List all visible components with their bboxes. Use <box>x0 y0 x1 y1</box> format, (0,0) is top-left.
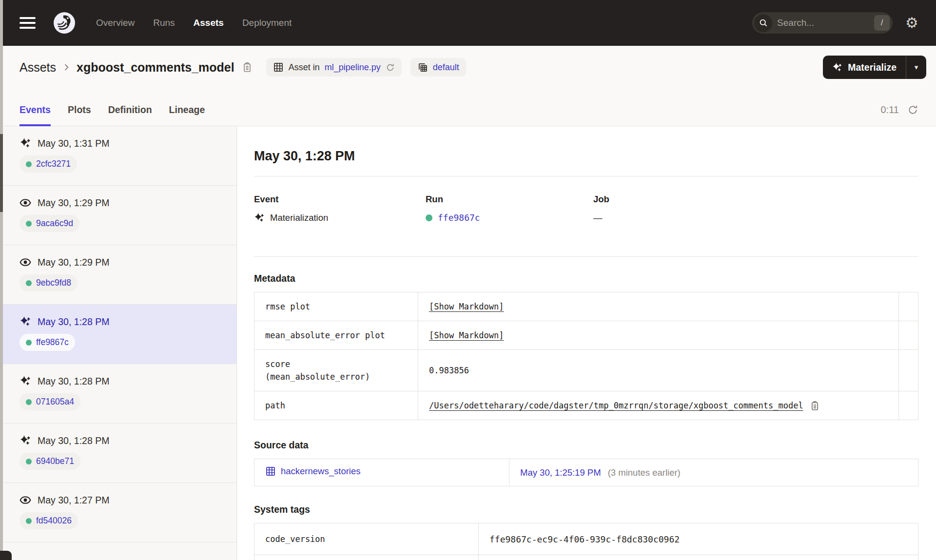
event-timestamp: May 30, 1:28 PM <box>38 376 109 387</box>
copy-asset-name-icon[interactable] <box>242 62 253 73</box>
run-status-dot <box>426 214 432 221</box>
tab-plots[interactable]: Plots <box>68 94 91 126</box>
asset-grid-icon <box>273 62 284 73</box>
source-data-table: hackernews_stories May 30, 1:25:19 PM (3… <box>254 459 918 486</box>
tab-definition[interactable]: Definition <box>108 94 152 126</box>
chevron-right-icon <box>61 62 71 72</box>
observation-eye-icon <box>20 256 31 268</box>
run-status-dot <box>26 459 32 464</box>
storage-path-link[interactable]: /Users/odetteharary/code/dagster/tmp_0mz… <box>429 400 803 412</box>
event-list: May 30, 1:31 PM 2cfc3271 May 30, 1:29 PM… <box>3 126 237 560</box>
source-timestamp-note: (3 minutes earlier) <box>608 467 681 478</box>
run-pill[interactable]: fd540026 <box>20 512 78 529</box>
primary-nav: Overview Runs Assets Deployment <box>96 18 292 28</box>
observation-eye-icon <box>20 494 31 506</box>
show-markdown-link[interactable]: [Show Markdown] <box>429 330 504 340</box>
search-icon <box>754 14 772 32</box>
event-timestamp: May 30, 1:31 PM <box>38 138 109 149</box>
job-value: — <box>593 212 603 224</box>
materialize-button[interactable]: Materialize ▾ <box>823 56 926 79</box>
event-list-item[interactable]: May 30, 1:31 PM 2cfc3271 <box>3 126 236 186</box>
table-row: code_version ffe9867c-ec9c-4f06-939c-f8d… <box>254 523 918 555</box>
run-pill[interactable]: 2cfc3271 <box>20 155 77 173</box>
search-input[interactable] <box>777 18 874 28</box>
table-action-cell <box>899 350 918 391</box>
event-list-item-selected[interactable]: May 30, 1:28 PM ffe9867c <box>3 305 236 364</box>
event-column-label: Event <box>254 194 426 205</box>
asset-in-label: Asset in <box>289 62 320 73</box>
event-list-item[interactable]: May 30, 1:28 PM 071605a4 <box>3 364 236 424</box>
menu-icon[interactable] <box>20 17 36 29</box>
table-row: mean_absolute_error plot [Show Markdown] <box>254 321 918 350</box>
run-status-dot <box>26 340 32 346</box>
event-timestamp: May 30, 1:29 PM <box>38 257 109 268</box>
run-id-link[interactable]: 2cfc3271 <box>36 159 71 169</box>
pipeline-file-link[interactable]: ml_pipeline.py <box>325 62 381 73</box>
breadcrumb-row: Assets xgboost_comments_model Asset in m… <box>0 46 936 89</box>
run-pill[interactable]: 6940be71 <box>20 453 80 470</box>
event-list-item[interactable]: May 30, 1:28 PM 6940be71 <box>3 424 236 483</box>
score-value: 0.983856 <box>429 366 469 375</box>
table-row: score (mean_absolute_error) 0.983856 <box>254 350 918 391</box>
materialize-dropdown-caret[interactable]: ▾ <box>906 56 926 79</box>
table-action-cell <box>899 292 918 321</box>
tab-events[interactable]: Events <box>20 94 51 126</box>
event-list-item[interactable]: May 30, 1:27 PM fd540026 <box>3 483 236 542</box>
metadata-key: path <box>254 391 418 420</box>
event-list-item[interactable]: May 30, 1:29 PM 9ebc9fd8 <box>3 245 236 305</box>
event-detail-title: May 30, 1:28 PM <box>254 149 918 164</box>
gear-icon[interactable]: ⚙ <box>905 16 918 30</box>
run-pill[interactable]: 9ebc9fd8 <box>20 274 78 291</box>
code-location-label: default <box>433 62 459 73</box>
materialize-sparkle-icon <box>832 62 842 73</box>
nav-item-assets[interactable]: Assets <box>194 18 224 28</box>
run-id-link[interactable]: ffe9867c <box>36 337 69 348</box>
run-id-link[interactable]: fd540026 <box>36 516 72 526</box>
run-id-link[interactable]: 9ebc9fd8 <box>36 278 71 288</box>
reload-definitions-icon[interactable] <box>386 63 395 72</box>
breadcrumb-assets-link[interactable]: Assets <box>20 60 56 75</box>
source-data-heading: Source data <box>254 440 918 451</box>
run-pill[interactable]: ffe9867c <box>20 334 75 351</box>
run-id-link[interactable]: ffe9867c <box>438 212 480 224</box>
system-tags-table: code_version ffe9867c-ec9c-4f06-939c-f8d… <box>254 523 918 560</box>
asset-grid-icon <box>265 466 276 477</box>
system-tag-key: code_version <box>254 523 479 555</box>
run-id-link[interactable]: 9aca6c9d <box>36 218 73 229</box>
page-title: xgboost_comments_model <box>77 60 234 75</box>
nav-item-overview[interactable]: Overview <box>96 18 135 28</box>
event-list-item[interactable]: May 30, 1:29 PM 9aca6c9d <box>3 186 236 245</box>
dagster-logo-icon[interactable] <box>53 12 76 34</box>
browser-status-chip <box>0 551 12 560</box>
observation-eye-icon <box>20 197 31 209</box>
source-timestamp-link[interactable]: May 30, 1:25:19 PM <box>520 467 601 478</box>
source-asset-link[interactable]: hackernews_stories <box>265 466 361 477</box>
divider <box>254 256 918 257</box>
event-timestamp: May 30, 1:28 PM <box>38 435 109 446</box>
metadata-key: rmse plot <box>254 292 418 321</box>
run-id-link[interactable]: 6940be71 <box>36 456 74 466</box>
refresh-icon[interactable] <box>907 104 918 116</box>
code-location-badge[interactable]: default <box>410 58 466 77</box>
run-pill[interactable]: 071605a4 <box>20 393 80 410</box>
run-id-link[interactable]: 071605a4 <box>36 397 74 407</box>
nav-item-deployment[interactable]: Deployment <box>242 18 292 28</box>
show-markdown-link[interactable]: [Show Markdown] <box>429 302 504 311</box>
materialization-icon <box>20 137 31 149</box>
global-search[interactable]: / <box>752 12 893 34</box>
event-summary-grid: Event Materialization Run ffe9867c Job — <box>254 194 918 224</box>
asset-group-badge[interactable]: Asset in ml_pipeline.py <box>266 58 402 77</box>
materialization-icon <box>254 212 265 223</box>
system-tag-value: ffe9867c-ec9c-4f06-939c-f8dc830c0962 <box>479 523 918 555</box>
system-tags-heading: System tags <box>254 504 918 515</box>
nav-item-runs[interactable]: Runs <box>153 18 175 28</box>
divider <box>254 176 918 176</box>
job-column-label: Job <box>593 194 918 205</box>
run-status-dot <box>26 518 32 524</box>
table-row-partial <box>254 555 918 560</box>
tab-lineage[interactable]: Lineage <box>169 94 205 126</box>
run-pill[interactable]: 9aca6c9d <box>20 215 79 232</box>
refresh-timer: 0:11 <box>881 104 899 116</box>
copy-path-icon[interactable] <box>810 401 820 411</box>
metadata-table: rmse plot [Show Markdown] mean_absolute_… <box>254 292 918 420</box>
